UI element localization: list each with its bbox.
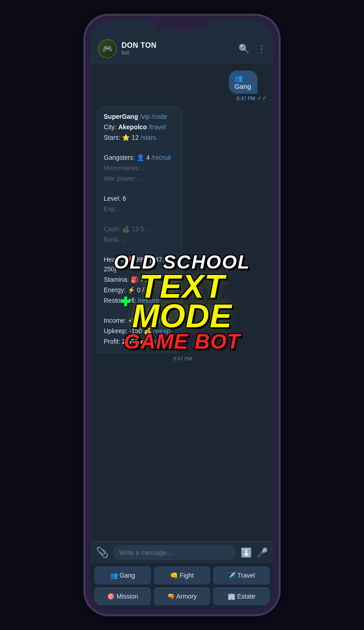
message-input[interactable] — [113, 545, 236, 560]
incoming-bubble-content: SuperGang /vip /code City: Akepolco /tra… — [97, 106, 182, 353]
attach-icon[interactable]: 📎 — [96, 547, 108, 559]
supergang-links[interactable]: /vip /code — [140, 113, 167, 120]
button-row-2: 🎯 Mission 🔫 Armory 🏢 Estate — [94, 587, 270, 605]
gang-button[interactable]: 👥 Gang — [94, 566, 151, 584]
msg-line-bank: Bank: ... — [104, 235, 176, 244]
armory-button[interactable]: 🔫 Armory — [154, 587, 211, 605]
header-icons: 🔍 ⋮ — [238, 43, 266, 54]
more-icon[interactable]: ⋮ — [257, 43, 266, 54]
incoming-meta: 8:47 PM — [97, 356, 192, 361]
msg-line-stamina: Stamina: 🎒 7 / 10 — [104, 275, 176, 285]
mic-icon[interactable]: 🎤 — [257, 547, 268, 558]
avatar-icon: 🎮 — [102, 44, 112, 54]
bottom-buttons: 👥 Gang 👊 Fight ✈️ Travel 🎯 Mission 🔫 Arm… — [91, 564, 273, 609]
supergang-label: SuperGang — [104, 113, 138, 120]
msg-line-exp: Exp: ... — [104, 204, 176, 214]
recruit-link[interactable]: /recruit — [152, 154, 171, 161]
incoming-message: SuperGang /vip /code City: Akepolco /tra… — [95, 106, 269, 361]
msg-line-gangsters: Gangsters: 👤 4 /recruit — [104, 153, 176, 163]
bot-name: DON TON — [121, 41, 238, 50]
msg-line-stars: Stars: ⭐ 12 /stars — [104, 133, 176, 142]
city-name: Akepolco — [118, 123, 147, 131]
input-area: 📎 ⬇️ 🎤 — [91, 541, 273, 564]
stars-link[interactable]: /stars — [141, 134, 156, 141]
chat-area: 👥 Gang 8:47 PM ✓✓ — [91, 63, 273, 541]
incoming-time: 8:47 PM — [173, 356, 192, 361]
mission-button[interactable]: 🎯 Mission — [94, 587, 151, 605]
collect-link[interactable]: /collect — [149, 338, 169, 345]
travel-button[interactable]: ✈️ Travel — [213, 566, 270, 584]
msg-line-upkeep: Upkeep: -150 💰 /weap — [104, 326, 176, 336]
bot-avatar: 🎮 — [98, 39, 117, 58]
outgoing-text: 👥 Gang — [234, 74, 251, 90]
est-link[interactable]: /est — [159, 317, 170, 324]
msg-line-health: Health: ❤️ 99% [247.5 / 250] — [104, 255, 176, 274]
check-marks: ✓✓ — [257, 95, 267, 102]
phone-frame: 🎮 DON TON bot 🔍 ⋮ — [84, 15, 280, 615]
header-info: DON TON bot — [121, 41, 238, 56]
outgoing-bubble-content: 👥 Gang — [229, 71, 258, 94]
outgoing-time: 8:47 PM — [237, 96, 255, 101]
travel-link[interactable]: /travel — [149, 123, 166, 131]
expand-icon[interactable]: ⬇️ — [241, 547, 252, 558]
outgoing-meta: 8:47 PM ✓✓ — [229, 95, 267, 102]
msg-line-energy: Energy: ⚡ 0 / 10 — [104, 285, 176, 295]
msg-line-warpower: War power: ... — [104, 174, 176, 183]
chat-messages-wrapper: 👥 Gang 8:47 PM ✓✓ — [91, 63, 273, 541]
input-right-icons: ⬇️ 🎤 — [241, 547, 268, 558]
fight-button[interactable]: 👊 Fight — [154, 566, 211, 584]
profit-value: 2 600 — [122, 338, 138, 345]
msg-line-profit: Profit: 2 600 💰 /collect — [104, 337, 176, 346]
search-icon[interactable]: 🔍 — [238, 43, 250, 54]
bot-subtitle: bot — [121, 50, 238, 56]
restore-link[interactable]: /restore — [138, 297, 159, 304]
msg-line-mercs: Mercenaries: ... — [104, 163, 176, 173]
msg-line-income: Income: +2 750 💰 /est — [104, 316, 176, 325]
msg-line-supergang: SuperGang /vip /code — [104, 112, 176, 122]
msg-line-cash: Cash: 💰 13 5... — [104, 224, 176, 234]
estate-button[interactable]: 🏢 Estate — [213, 587, 270, 605]
msg-line-city: City: Akepolco /travel — [104, 122, 176, 132]
msg-line-level: Level: 6 — [104, 194, 176, 203]
outgoing-bubble: 👥 Gang 8:47 PM ✓✓ — [229, 71, 267, 102]
phone-screen: 🎮 DON TON bot 🔍 ⋮ — [91, 21, 273, 609]
phone-wrapper: 🎮 DON TON bot 🔍 ⋮ — [0, 0, 364, 630]
phone-notch — [155, 15, 209, 30]
msg-line-restore: Restore all: /restore — [104, 296, 176, 305]
weap-link[interactable]: /weap — [153, 327, 170, 335]
incoming-bubble: SuperGang /vip /code City: Akepolco /tra… — [97, 106, 192, 361]
button-row-1: 👥 Gang 👊 Fight ✈️ Travel — [94, 566, 270, 584]
outgoing-message: 👥 Gang 8:47 PM ✓✓ — [95, 71, 269, 102]
